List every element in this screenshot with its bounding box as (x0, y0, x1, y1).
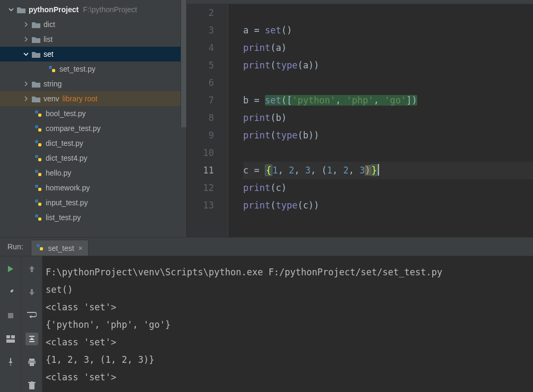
gutter-line-number[interactable]: 11 (187, 162, 214, 179)
chevron-down-icon (21, 51, 31, 57)
svg-rect-18 (37, 244, 40, 247)
chevron-down-icon (6, 7, 16, 12)
gutter-line-number[interactable]: 2 (187, 4, 214, 22)
svg-rect-8 (35, 155, 38, 158)
project-tree[interactable]: pythonProject F:\pythonProject dict list (0, 0, 187, 237)
folder-icon (31, 95, 41, 102)
run-button[interactable] (4, 263, 17, 275)
python-file-icon (33, 124, 44, 133)
gutter-line-number[interactable]: 8 (187, 109, 214, 127)
file-label: compare_test.py (46, 124, 101, 133)
svg-rect-11 (38, 173, 41, 176)
tree-folder-venv[interactable]: venv library root (0, 91, 186, 106)
file-label: homework.py (46, 184, 90, 192)
tree-file[interactable]: bool_test.py (0, 106, 186, 121)
svg-rect-19 (40, 247, 43, 250)
gutter-line-number[interactable]: 12 (187, 179, 214, 197)
folder-icon (16, 6, 27, 13)
print-icon[interactable] (25, 356, 38, 369)
svg-rect-15 (38, 203, 41, 206)
gutter-line-number[interactable]: 5 (187, 57, 214, 74)
gutter-line-number[interactable]: 3 (187, 22, 214, 39)
folder-icon (31, 81, 41, 88)
code-line: b = set(['python', 'php', 'go']) (243, 92, 533, 109)
editor[interactable]: 2345678910111213 a = set() print(a) prin… (187, 0, 533, 237)
soft-wrap-icon[interactable] (25, 309, 38, 322)
python-file-icon (33, 169, 44, 177)
tree-file[interactable]: homework.py (0, 180, 186, 195)
layout-icon[interactable] (4, 333, 17, 345)
svg-rect-28 (28, 382, 36, 383)
svg-rect-14 (35, 199, 38, 203)
svg-rect-9 (38, 158, 41, 161)
editor-gutter[interactable]: 2345678910111213 (187, 0, 228, 237)
code-line: print(type(a)) (243, 57, 533, 74)
arrow-up-icon[interactable] (25, 263, 38, 275)
tree-file[interactable]: dict_test.py (0, 136, 186, 151)
project-scrollbar[interactable] (180, 0, 186, 127)
gutter-line-number[interactable]: 13 (187, 197, 214, 214)
stop-button[interactable] (4, 309, 17, 322)
svg-rect-3 (38, 114, 41, 117)
python-file-icon (33, 139, 44, 147)
chevron-right-icon (21, 37, 31, 42)
python-file-icon (33, 184, 44, 192)
tree-file[interactable]: compare_test.py (0, 121, 186, 136)
tree-file[interactable]: hello.py (0, 165, 186, 180)
svg-rect-4 (35, 125, 38, 128)
code-line: a = set() (243, 22, 533, 39)
trash-icon[interactable] (25, 379, 38, 392)
tree-file-set-test[interactable]: set_test.py (0, 62, 186, 76)
python-file-icon (33, 154, 44, 162)
code-line: print(c) (243, 179, 533, 197)
tree-folder-dict[interactable]: dict (0, 17, 186, 32)
svg-rect-5 (38, 128, 41, 132)
python-file-icon (33, 109, 44, 118)
tree-file[interactable]: dict_test4.py (0, 151, 186, 165)
python-file-icon (36, 243, 44, 253)
run-controls-secondary (21, 256, 42, 392)
gutter-line-number[interactable]: 4 (187, 39, 214, 57)
file-label: dict_test4.py (46, 154, 88, 162)
tree-file[interactable]: input_test.py (0, 195, 186, 210)
gutter-line-number[interactable]: 7 (187, 92, 214, 109)
tree-file[interactable]: list_test.py (0, 210, 186, 225)
run-console[interactable]: F:\pythonProject\venv\Scripts\python.exe… (42, 256, 533, 392)
code-line: print(type(c)) (243, 197, 533, 214)
arrow-down-icon[interactable] (25, 286, 38, 299)
code-line: print(type(b)) (243, 127, 533, 144)
wrench-icon[interactable] (4, 286, 17, 299)
svg-rect-7 (38, 143, 41, 146)
svg-rect-22 (11, 335, 15, 338)
tree-folder-set[interactable]: set (0, 47, 186, 62)
folder-label: dict (44, 20, 55, 29)
editor-code-area[interactable]: a = set() print(a) print(type(a)) b = se… (228, 0, 533, 237)
pin-icon[interactable] (4, 356, 17, 369)
svg-rect-1 (52, 69, 55, 72)
close-icon[interactable]: × (79, 244, 83, 252)
code-line: print(b) (243, 109, 533, 127)
file-label: set_test.py (59, 65, 96, 73)
chevron-right-icon (21, 22, 31, 27)
gutter-line-number[interactable]: 10 (187, 144, 214, 162)
svg-rect-2 (35, 110, 38, 114)
gutter-line-number[interactable]: 6 (187, 74, 214, 92)
tree-root[interactable]: pythonProject F:\pythonProject (0, 2, 186, 17)
scroll-to-end-icon[interactable] (25, 333, 38, 345)
svg-rect-23 (6, 339, 15, 343)
file-label: list_test.py (46, 213, 81, 222)
svg-rect-16 (35, 214, 38, 217)
run-tool-window: Run: set_test × (0, 237, 533, 392)
svg-rect-24 (29, 359, 35, 361)
run-title: Run: (0, 238, 31, 256)
file-label: bool_test.py (46, 109, 86, 118)
run-tab-set-test[interactable]: set_test × (31, 240, 89, 256)
svg-rect-20 (8, 313, 13, 318)
gutter-line-number[interactable]: 9 (187, 127, 214, 144)
tree-folder-string[interactable]: string (0, 76, 186, 91)
svg-rect-10 (35, 170, 38, 173)
tree-root-path: F:\pythonProject (83, 5, 137, 14)
svg-rect-0 (49, 66, 52, 69)
run-header: Run: set_test × (0, 238, 533, 256)
tree-folder-list[interactable]: list (0, 32, 186, 47)
